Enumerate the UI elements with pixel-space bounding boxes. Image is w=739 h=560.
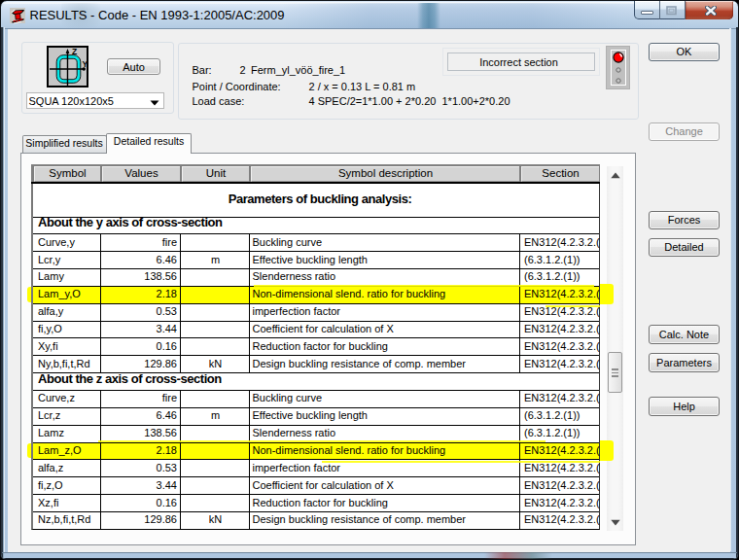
- svg-text:Z: Z: [72, 47, 77, 56]
- svg-text:Y: Y: [83, 59, 88, 69]
